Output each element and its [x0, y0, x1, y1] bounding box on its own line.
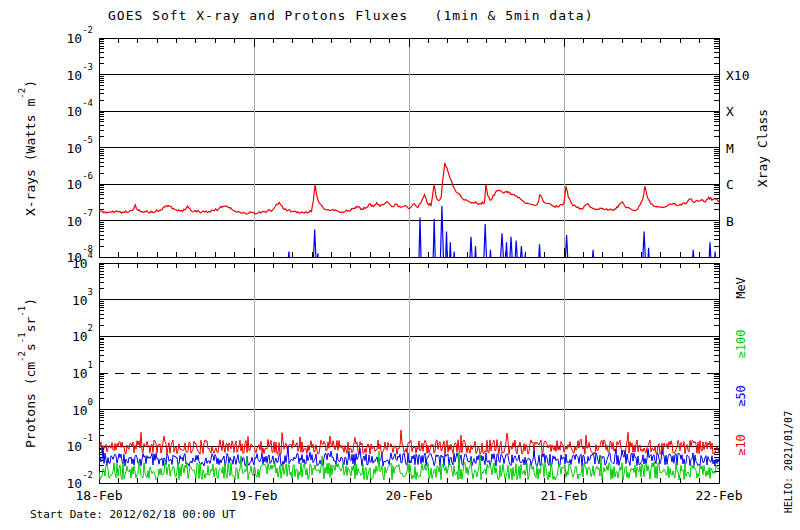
y-tick-label-xray: 10-2 [45, 30, 93, 46]
xray-class-label: C [726, 177, 734, 192]
proton-channel-label: ≥100 [733, 314, 749, 374]
xray-class-label: M [726, 141, 734, 156]
x-tick-label: 19-Feb [209, 488, 299, 503]
y-tick-label-xray: 10-5 [45, 140, 93, 156]
xray-class-axis-title: Xray Class [754, 88, 772, 208]
mev-axis-title: MeV [733, 258, 749, 318]
xray-class-label: X [726, 104, 734, 119]
y-tick-label-xray: 10-6 [45, 176, 93, 192]
day-gridlines [254, 38, 564, 483]
proton-channel-label: ≥10 [733, 415, 749, 475]
xray-y-axis-title: X-rays (Watts m-2) [18, 38, 36, 258]
y-tick-label-xray: 10-4 [45, 103, 93, 119]
chart-canvas [0, 0, 800, 530]
y-tick-label-proton: 103 [45, 292, 93, 308]
y-tick-label-proton: 100 [45, 402, 93, 418]
y-tick-label-proton: 101 [45, 365, 93, 381]
x-tick-label: 21-Feb [519, 488, 609, 503]
proton-y-axis-title: Protons (cm-2s-1sr-1) [18, 253, 36, 493]
y-tick-label-proton: 102 [45, 328, 93, 344]
credit-label: HELIO: 2021/01/07 [782, 392, 796, 530]
x-tick-label: 18-Feb [54, 488, 144, 503]
x-tick-label: 20-Feb [364, 488, 454, 503]
y-tick-label-proton: 10-1 [45, 438, 93, 454]
x-tick-label: 22-Feb [674, 488, 764, 503]
chart-title: GOES Soft X-ray and Protons Fluxes (1min… [108, 8, 593, 23]
y-tick-label-xray: 10-3 [45, 67, 93, 83]
start-date-label: Start Date: 2012/02/18 00:00 UT [30, 508, 235, 521]
y-tick-label-xray: 10-7 [45, 213, 93, 229]
xray-class-label: X10 [726, 68, 749, 83]
xray-class-label: B [726, 214, 734, 229]
y-tick-label-proton: 104 [45, 255, 93, 271]
goes-flux-plot: GOES Soft X-ray and Protons Fluxes (1min… [0, 0, 800, 530]
